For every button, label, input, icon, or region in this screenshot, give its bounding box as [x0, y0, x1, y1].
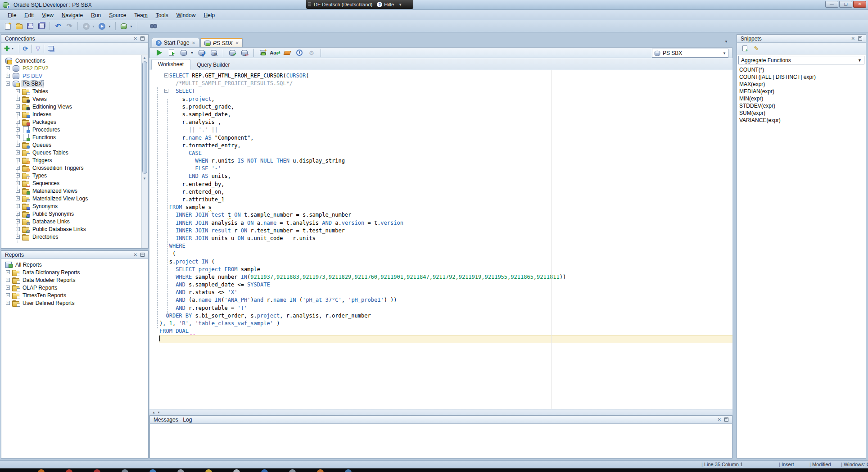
code-line[interactable]: INNER JOIN test t ON t.sample_number = s… — [159, 211, 732, 219]
scroll-up-icon[interactable]: ▲ — [143, 56, 146, 60]
subtab-worksheet[interactable]: Worksheet — [151, 59, 190, 70]
tree-item-ps-dev[interactable]: +PS DEV — [1, 72, 141, 80]
unshared-worksheet-button[interactable]: ✦ — [258, 48, 268, 58]
tree-item-database-links[interactable]: +Database Links — [1, 218, 141, 225]
tab-close-icon[interactable]: ✕ — [235, 41, 238, 45]
tree-item-functions[interactable]: +Functions — [1, 133, 141, 141]
tree-item-data-dictionary-reports[interactable]: +Data Dictionary Reports — [1, 268, 148, 276]
code-line[interactable]: s.product_grade, — [159, 103, 732, 111]
tree-item-public-synonyms[interactable]: +Public Synonyms — [1, 210, 141, 218]
tree-item-triggers[interactable]: +Triggers — [1, 156, 141, 164]
code-fold-icon[interactable]: − — [164, 89, 168, 93]
connection-selector[interactable]: PS SBX ▼ — [652, 49, 728, 58]
split-up-icon[interactable]: ▲ — [152, 411, 155, 414]
tree-item-user-defined-reports[interactable]: +User Defined Reports — [1, 299, 148, 307]
tree-item-materialized-view-logs[interactable]: +Materialized View Logs — [1, 195, 141, 202]
taskbar-icon[interactable] — [66, 469, 72, 472]
snippets-category-dropdown[interactable]: Aggregate Functions ▼ — [738, 56, 864, 64]
tree-item-synonyms[interactable]: +Synonyms — [1, 202, 141, 210]
menu-edit[interactable]: Edit — [20, 11, 38, 20]
messages-close-icon[interactable]: ✕ — [718, 417, 721, 422]
menu-run[interactable]: Run — [87, 11, 105, 20]
help-circle-icon[interactable]: ? — [377, 2, 382, 7]
code-line[interactable]: --|| '.' || — [159, 126, 732, 134]
menu-team[interactable]: Team — [130, 11, 151, 20]
code-line[interactable]: ELSE '-' — [159, 165, 732, 172]
tree-item-sequences[interactable]: +12Sequences — [1, 179, 141, 187]
taskbar-icon[interactable] — [205, 469, 212, 472]
tree-item-data-modeler-reports[interactable]: +Data Modeler Reports — [1, 276, 148, 284]
snippet-item[interactable]: MAX(expr) — [738, 81, 816, 88]
code-fold-icon[interactable]: − — [164, 73, 168, 77]
sql-tuning-button[interactable]: 🔍︎ — [209, 48, 219, 58]
find-button[interactable] — [149, 21, 158, 31]
code-line[interactable]: END AS units, — [159, 172, 732, 180]
tree-item-types[interactable]: +aTypes — [1, 172, 141, 179]
code-line[interactable]: r.name AS "Component", — [159, 134, 732, 142]
menu-file[interactable]: File — [4, 11, 20, 20]
menu-help[interactable]: Help — [199, 11, 219, 20]
menu-window[interactable]: Window — [172, 11, 200, 20]
tree-item-timesten-reports[interactable]: +TimesTen Reports — [1, 291, 148, 299]
back-caret-icon[interactable]: ▼ — [92, 25, 95, 28]
code-line[interactable]: r.formatted_entry, — [159, 142, 732, 150]
tree-item-tables[interactable]: +Tables — [1, 87, 141, 95]
snippet-item[interactable]: MEDIAN(expr) — [738, 88, 816, 95]
commit-button[interactable]: ✔ — [227, 48, 237, 58]
code-line[interactable]: /*MULTI_SAMPLE_PROJECT_RESULTS.SQL*/ — [159, 80, 732, 87]
connections-minimize-icon[interactable] — [140, 36, 145, 41]
taskbar-icon[interactable] — [122, 469, 128, 472]
back-button[interactable]: ◄ — [81, 21, 91, 31]
code-line[interactable]: ORDER BY s.bi_sort_order, s.project, r.a… — [159, 312, 732, 320]
edit-snippet-button[interactable]: ✎ — [751, 44, 761, 54]
taskbar-icon[interactable] — [38, 469, 45, 472]
sql-console-caret-icon[interactable]: ▼ — [130, 25, 133, 28]
language-label[interactable]: DE Deutsch (Deutschland) — [314, 2, 372, 7]
code-line[interactable]: INNER JOIN result r ON r.test_number = t… — [159, 227, 732, 235]
taskbar-icon[interactable] — [233, 469, 240, 472]
tab-close-icon[interactable]: ✕ — [192, 41, 195, 45]
forward-caret-icon[interactable]: ▼ — [108, 25, 111, 28]
split-down-icon[interactable]: ▼ — [157, 411, 160, 414]
tree-item-packages[interactable]: +Packages — [1, 118, 141, 126]
taskbar-icon[interactable] — [177, 469, 184, 472]
taskbar-icon[interactable] — [94, 469, 100, 472]
code-line[interactable]: WHEN r.units IS NOT NULL THEN u.display_… — [159, 157, 732, 165]
tree-item-crossedition-triggers[interactable]: +Crossedition Triggers — [1, 164, 141, 172]
tree-item-indexes[interactable]: +Indexes — [1, 110, 141, 118]
snippet-item[interactable]: COUNT([ALL | DISTINCT] expr) — [738, 73, 816, 81]
undo-button[interactable]: ↶ — [53, 21, 63, 31]
menu-view[interactable]: View — [38, 11, 58, 20]
messages-minimize-icon[interactable] — [724, 418, 728, 422]
tree-item-materialized-views[interactable]: +Materialized Views — [1, 187, 141, 195]
tree-item-ps2-dev2[interactable]: +PS2 DEV2 — [1, 64, 141, 72]
save-button[interactable] — [25, 21, 35, 31]
window-list-icon[interactable] — [48, 46, 54, 51]
subtab-query-builder[interactable]: Query Builder — [190, 60, 236, 70]
code-editor[interactable]: SELECT REP.GET_HTML_FROM_REF_CURSOR(CURS… — [149, 70, 732, 409]
tree-item-directories[interactable]: +Directories — [1, 233, 141, 241]
code-line[interactable]: AND r.reportable = 'T' — [159, 304, 732, 312]
code-line[interactable]: AND r.status <> 'X' — [159, 289, 732, 296]
expand-icon[interactable]: + — [6, 286, 10, 290]
run-statement-button[interactable] — [154, 48, 164, 58]
taskbar-icon[interactable] — [317, 469, 324, 472]
tree-item-public-database-links[interactable]: +Public Database Links — [1, 225, 141, 233]
reports-minimize-icon[interactable] — [140, 253, 145, 257]
langbar-grip-icon[interactable] — [308, 2, 311, 7]
code-line[interactable]: ), 1, 'R', 'table_class_vwf_sample' ) — [159, 320, 732, 327]
menu-navigate[interactable]: Navigate — [58, 11, 87, 20]
code-line[interactable]: r.analysis , — [159, 118, 732, 126]
code-line[interactable]: INNER JOIN analysis a ON a.name = t.anal… — [159, 219, 732, 227]
code-line[interactable]: SELECT project FROM sample — [159, 266, 732, 273]
add-connection-caret-icon[interactable]: ▼ — [11, 47, 14, 50]
code-line[interactable]: AND s.sampled_date <= SYSDATE — [159, 281, 732, 289]
tree-item-queues-tables[interactable]: +Queues Tables — [1, 149, 141, 156]
filter-icon[interactable]: ▽ — [36, 45, 40, 52]
tree-item-connections[interactable]: Connections — [1, 57, 141, 64]
code-line[interactable]: s.sampled_date, — [159, 111, 732, 118]
forward-button[interactable]: ► — [97, 21, 107, 31]
editor-tab-start-page[interactable]: ?Start Page✕ — [152, 38, 199, 47]
menu-source[interactable]: Source — [105, 11, 130, 20]
language-bar[interactable]: DE Deutsch (Deutschland) ? Hilfe ▼ — [306, 0, 413, 9]
